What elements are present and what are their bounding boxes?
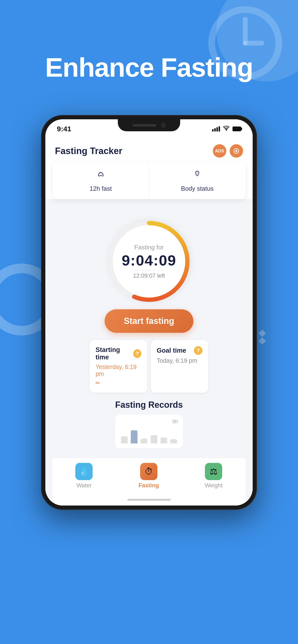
signal-bar-4 [219,126,220,132]
home-bar [127,499,171,501]
goal-time-card: Goal time ? Today, 6:19 pm [151,340,208,393]
fasting-icon-wrap: ⏱ [140,463,158,480]
chart-bar-2 [140,439,147,444]
signal-bars [212,126,220,132]
phone-frame: 9:41 [41,115,257,510]
wifi-icon [223,126,230,132]
start-fasting-button[interactable]: Start fasting [105,309,193,333]
main-area: Fasting for 9:04:09 12:09:07 left Start … [45,204,253,506]
tab-body-status-label: Body status [181,185,214,192]
signal-bar-3 [216,127,218,132]
battery-icon [232,126,241,131]
headline: Enhance Fasting [14,53,284,82]
bar-5 [170,439,177,444]
body-status-icon [192,169,203,182]
starting-time-value: Yesterday, 6:19 pm [95,364,141,377]
chart-bar-5 [170,439,177,444]
svg-point-5 [235,150,237,152]
fasting-nav-icon: ⏱ [144,466,153,476]
starting-time-edit-icon[interactable]: ✏ [95,380,141,386]
weight-icon-wrap: ⚖ [205,463,222,480]
starting-time-header: Starting time ? [95,346,141,361]
bar-3 [151,435,158,444]
status-time: 9:41 [57,125,71,133]
bottom-nav: 💧 Water ⏱ Fasting ⚖ Weight [53,458,245,496]
time-cards: Starting time ? Yesterday, 6:19 pm ✏ Goa… [90,340,208,393]
tab-12h-fast[interactable]: 12h fast [53,162,149,199]
notch [118,119,180,131]
records-section: Fasting Records 9h [115,400,183,448]
chart-bar-4 [161,438,167,444]
phone-screen: 9:41 [45,119,253,506]
chart-bar-group [120,430,178,444]
goal-time-title: Goal time [157,347,186,354]
svg-point-3 [226,130,227,131]
notch-camera [161,123,166,128]
water-icon: 💧 [79,466,89,476]
fasting-for-label: Fasting for [115,244,183,251]
timer-circle: Fasting for 9:04:09 12:09:07 left [103,216,195,307]
bar-0 [121,436,128,444]
goal-time-value: Today, 6:19 pm [157,357,203,364]
nav-water-label: Water [77,482,92,489]
nav-fasting[interactable]: ⏱ Fasting [138,463,159,489]
header-icons: ADS [213,144,243,158]
chart-bar-1 [131,430,137,444]
tab-body-status[interactable]: Body status [149,162,246,199]
tab-12h-fast-label: 12h fast [89,185,112,192]
timer-section: Fasting for 9:04:09 12:09:07 left Start … [53,211,245,456]
nav-water[interactable]: 💧 Water [75,463,93,489]
time-left: 12:09:07 left [115,272,183,279]
nav-weight[interactable]: ⚖ Weight [205,463,222,489]
timer-time: 9:04:09 [115,253,183,268]
goal-time-header: Goal time ? [157,346,203,355]
status-bar: 9:41 [45,119,253,138]
record-button[interactable] [230,144,243,158]
notch-speaker [132,124,157,126]
home-indicator [53,496,245,506]
bar-2 [140,439,147,444]
starting-time-help[interactable]: ? [133,349,141,358]
weight-icon: ⚖ [210,466,217,476]
chart-bar-0 [121,436,128,444]
chart-area: 9h [115,415,183,448]
app-content: Fasting Tracker ADS [45,138,253,199]
nav-fasting-label: Fasting [138,482,159,489]
signal-bar-2 [214,128,216,132]
ads-button[interactable]: ADS [213,144,226,158]
chart-max-label: 9h [172,418,178,425]
chart-bar-3 [151,435,158,444]
signal-bar-1 [212,129,214,132]
status-icons [212,126,241,132]
starting-time-title: Starting time [95,346,133,361]
bar-4 [161,438,167,444]
water-icon-wrap: 💧 [75,463,93,480]
records-title: Fasting Records [115,400,183,410]
phone-frame-wrapper: 9:41 [41,115,257,510]
fast-icon [95,169,106,182]
app-title: Fasting Tracker [55,146,122,156]
timer-divider [135,270,163,270]
bar-1 [131,430,137,444]
starting-time-card: Starting time ? Yesterday, 6:19 pm ✏ [90,340,147,393]
timer-inner: Fasting for 9:04:09 12:09:07 left [115,244,183,279]
nav-weight-label: Weight [205,482,222,489]
goal-time-help[interactable]: ? [194,346,203,355]
quick-tabs: 12h fast Body status [53,162,245,199]
app-header: Fasting Tracker ADS [45,138,253,162]
